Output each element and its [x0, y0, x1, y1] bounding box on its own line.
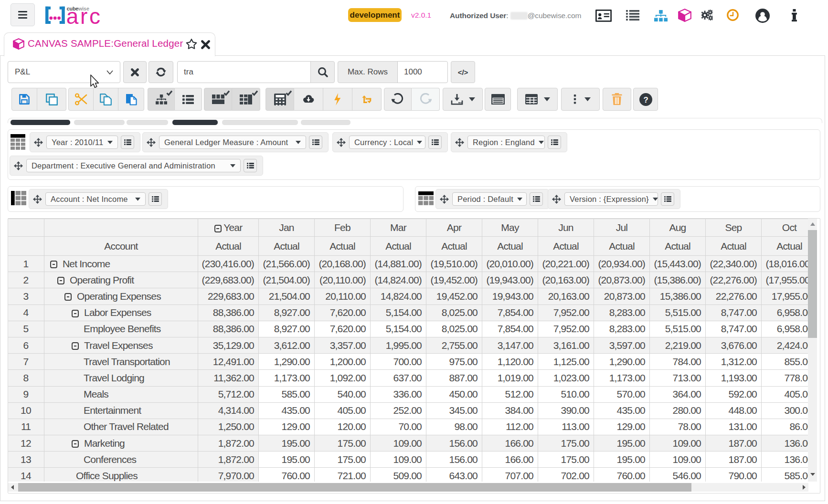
svg-text:arc: arc	[66, 5, 102, 29]
svg-text:?: ?	[643, 95, 648, 104]
